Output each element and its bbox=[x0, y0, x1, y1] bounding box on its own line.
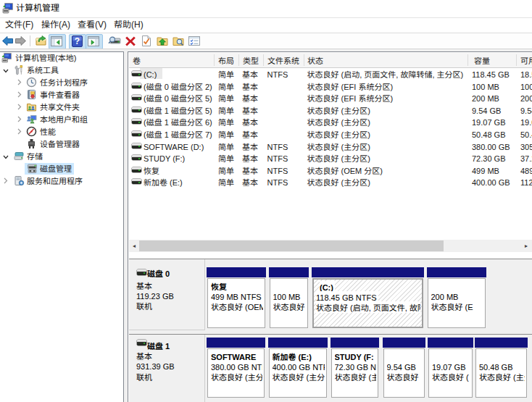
svg-text:?: ? bbox=[75, 36, 80, 46]
